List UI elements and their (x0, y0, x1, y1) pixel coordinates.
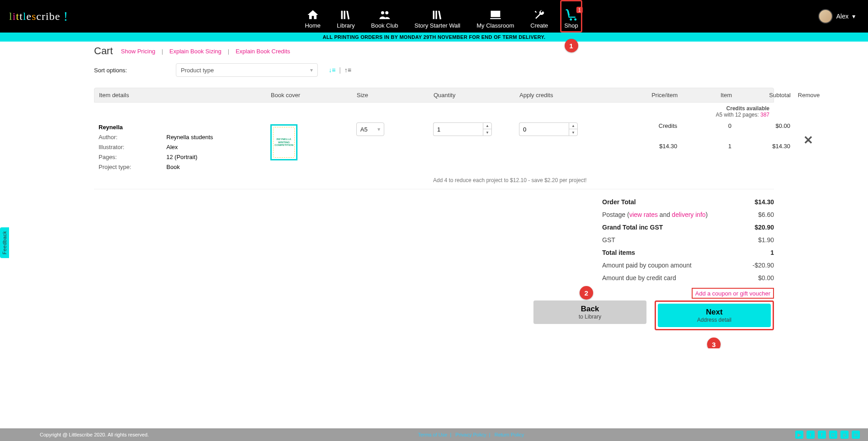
chevron-down-icon: ▾ (377, 126, 380, 132)
subtotal-value: $14.30 (731, 143, 790, 150)
announcement-banner: ALL PRINTING ORDERS IN BY MONDAY 29TH NO… (0, 33, 868, 42)
nav-shop[interactable]: 1Shop (562, 8, 580, 29)
postage-label: Postage ( (602, 211, 629, 218)
delivery-info-link[interactable]: delivery info (672, 211, 706, 218)
postage-and: and (658, 211, 672, 218)
author-label: Author: (99, 132, 166, 142)
sort-label: Sort options: (94, 67, 127, 74)
credits-cell: ▲▼ (519, 122, 609, 136)
nav-story-starter-wall[interactable]: Story Starter Wall (413, 8, 462, 29)
callout-2: 2 (580, 286, 593, 300)
pages-value: 12 (Portrait) (166, 152, 270, 162)
credits-available-count[interactable]: 387 (760, 112, 769, 118)
back-main: Back (581, 305, 599, 314)
size-cell: A5 ▾ (356, 122, 433, 136)
item-title: Reynella (99, 122, 270, 132)
add-coupon-link[interactable]: Add a coupon or gift voucher (695, 290, 770, 297)
order-total-label: Order Total (602, 198, 636, 206)
ptype-label: Project type: (99, 162, 166, 172)
next-main: Next (706, 308, 723, 317)
cc-due-label: Amount due by credit card (602, 274, 676, 281)
show-pricing-link[interactable]: Show Pricing (121, 48, 156, 55)
explain-credits-link[interactable]: Explain Book Credits (236, 48, 290, 55)
page-title: Cart (94, 45, 113, 57)
nav-create[interactable]: Create (528, 8, 550, 29)
col-priceitem: Price/item (610, 92, 678, 99)
next-annot-box: Next Address detail (655, 300, 774, 330)
chevron-down-icon: ▾ (310, 67, 313, 73)
next-sub: Address detail (697, 317, 731, 323)
next-button[interactable]: Next Address detail (658, 304, 771, 327)
sort-row: Sort options: Product type ▾ ↓≡ | ↑≡ (94, 63, 774, 77)
credits-stepper[interactable]: ▲▼ (519, 122, 609, 136)
nav-label: Book Club (371, 22, 398, 29)
remove-button[interactable]: ✕ (790, 133, 826, 147)
explain-sizing-link[interactable]: Explain Book Sizing (170, 48, 222, 55)
home-icon (307, 8, 319, 22)
postage-value: $6.60 (758, 211, 774, 218)
nav-my-classroom[interactable]: My Classroom (475, 8, 516, 29)
items-value: 1 (770, 249, 774, 256)
nav-label: Library (337, 22, 355, 29)
callout-1: 1 (565, 39, 578, 52)
feedback-tab[interactable]: Feedback (0, 227, 9, 258)
illus-value: Alex (166, 142, 270, 152)
grand-total-value: $20.90 (755, 224, 774, 231)
wrench-icon (533, 8, 546, 22)
nav-home[interactable]: Home (303, 8, 322, 29)
col-item: Item (678, 92, 732, 99)
ptype-value: Book (166, 162, 270, 172)
size-select[interactable]: A5 ▾ (356, 122, 384, 136)
cc-due-value: $0.00 (758, 274, 774, 281)
cart-table-header: Item details Book cover Size Quantity Ap… (94, 88, 774, 103)
item-details: Reynella Author:Reynella students Illust… (99, 122, 270, 172)
qty-up-icon[interactable]: ▲ (483, 123, 491, 129)
nav-library[interactable]: Library (335, 8, 357, 29)
pages-label: Pages: (99, 152, 166, 162)
nav-label: Create (530, 22, 548, 29)
chevron-down-icon: ▾ (852, 13, 855, 20)
gst-value: $1.90 (758, 236, 774, 244)
cover-text: REYNELLA WRITING COMPETITION (272, 138, 296, 147)
col-subtotal: Subtotal (732, 92, 791, 99)
callout-3: 3 (707, 338, 721, 348)
nav-book-club[interactable]: Book Club (369, 8, 400, 29)
col-remove: Remove (791, 92, 827, 99)
quantity-stepper[interactable]: ▲▼ (433, 122, 519, 136)
users-icon (378, 8, 391, 22)
sort-asc-icon[interactable]: ↓≡ (329, 66, 335, 74)
sort-value: Product type (181, 67, 214, 74)
coupon-paid-label: Amount paid by coupon amount (602, 262, 692, 269)
totals-block: Order Total$14.30 Postage (view rates an… (602, 196, 774, 284)
user-name: Alex (836, 13, 849, 20)
item-count: 1 (677, 143, 731, 150)
chalkboard-icon (489, 8, 502, 22)
col-item-details: Item details (99, 92, 271, 99)
user-menu[interactable]: Alex ▾ (806, 0, 868, 33)
col-credits: Apply credits (519, 92, 610, 99)
cred-down-icon[interactable]: ▼ (569, 129, 577, 136)
col-size: Size (357, 92, 434, 99)
credits-available: Credits available A5 with 12 pages: 387 (94, 103, 774, 118)
top-navbar: littlescribe ! HomeLibraryBook ClubStory… (0, 0, 868, 33)
brand-logo[interactable]: littlescribe ! (0, 0, 77, 33)
book-cover-thumb[interactable]: REYNELLA WRITING COMPETITION (270, 124, 297, 160)
quantity-input[interactable] (433, 122, 483, 136)
sort-select[interactable]: Product type ▾ (176, 63, 318, 77)
promo-note: Add 4 to reduce each project to $12.10 -… (433, 177, 609, 184)
action-buttons: Back to Library Next Address detail 3 (94, 300, 774, 330)
avatar (818, 9, 833, 23)
back-button[interactable]: Back to Library (533, 300, 646, 324)
cred-up-icon[interactable]: ▲ (569, 123, 577, 129)
qty-down-icon[interactable]: ▼ (483, 129, 491, 136)
illus-label: Illustrator: (99, 142, 166, 152)
col-cover: Book cover (271, 92, 357, 99)
credits-input[interactable] (519, 122, 569, 136)
view-rates-link[interactable]: view rates (629, 211, 658, 218)
nav-label: Home (305, 22, 321, 29)
books-icon (431, 8, 444, 22)
credits-row-sub: $0.00 (731, 122, 790, 129)
sort-desc-icon[interactable]: ↑≡ (344, 66, 351, 74)
qty-cell: ▲▼ (433, 122, 519, 136)
postage-suffix: ) (706, 211, 708, 218)
